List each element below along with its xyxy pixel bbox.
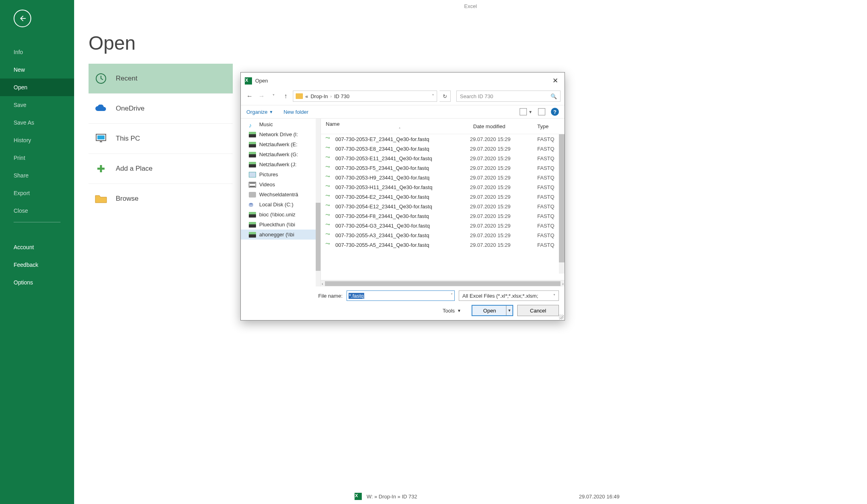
- sidebar-divider: [14, 222, 60, 222]
- filelist-hscroll-thumb[interactable]: [325, 281, 561, 286]
- file-row[interactable]: 007-730-2053-E7_23441_Qe30-for.fastq29.0…: [321, 134, 565, 144]
- column-header-date[interactable]: Date modified: [473, 123, 537, 129]
- location-browse[interactable]: Browse: [89, 183, 233, 214]
- open-split-dropdown[interactable]: ▼: [506, 306, 512, 315]
- file-type: FASTQ: [537, 204, 560, 210]
- sidebar-item-export[interactable]: Export: [0, 184, 74, 202]
- scroll-left-icon[interactable]: ‹: [322, 281, 323, 286]
- back-button[interactable]: [14, 10, 31, 27]
- location-this-pc[interactable]: This PC: [89, 123, 233, 153]
- sidebar-item-new[interactable]: New: [0, 61, 74, 79]
- file-row[interactable]: 007-730-2053-H9_23441_Qe30-for.fastq29.0…: [321, 173, 565, 182]
- sidebar-item-close[interactable]: Close: [0, 202, 74, 220]
- breadcrumb-prefix: «: [305, 93, 308, 99]
- file-list-header: Name ˄ Date modified Type: [321, 119, 565, 134]
- tree-item[interactable]: Netzlaufwerk (G:: [241, 149, 321, 159]
- sidebar-footer-menu: AccountFeedbackOptions: [0, 238, 74, 291]
- filename-history-dropdown[interactable]: ˅: [451, 293, 453, 297]
- file-type: FASTQ: [537, 136, 560, 142]
- dialog-title: Open: [255, 78, 268, 84]
- tree-scroll-thumb[interactable]: [316, 203, 321, 271]
- refresh-button[interactable]: ↻: [440, 91, 451, 102]
- file-type-filter[interactable]: All Excel Files (*.xl*;*.xlsx;*.xlsm; ˅: [459, 290, 559, 301]
- tree-scrollbar[interactable]: [316, 119, 321, 286]
- file-row[interactable]: 007-730-2053-E11_23441_Qe30-for.fastq29.…: [321, 153, 565, 163]
- scroll-right-icon[interactable]: ›: [562, 281, 564, 286]
- file-row[interactable]: 007-730-2054-G3_23441_Qe30-for.fastq29.0…: [321, 221, 565, 230]
- column-header-name[interactable]: Name ˄: [326, 121, 473, 131]
- tree-item[interactable]: ♪Music: [241, 119, 321, 129]
- tree-item[interactable]: Netzlaufwerk (E:: [241, 139, 321, 149]
- crumb-dropdown-icon[interactable]: ˅: [432, 94, 434, 99]
- tools-menu[interactable]: Tools ▼: [443, 308, 461, 314]
- tree-item[interactable]: ahonegger (\\bi: [241, 230, 321, 240]
- sidebar-item-save[interactable]: Save: [0, 96, 74, 114]
- file-row[interactable]: 007-730-2053-E8_23441_Qe30-for.fastq29.0…: [321, 144, 565, 153]
- organize-menu[interactable]: Organize ▼: [246, 109, 273, 115]
- filename-label: File name:: [318, 293, 343, 299]
- file-row[interactable]: 007-730-2054-E2_23441_Qe30-for.fastq29.0…: [321, 192, 565, 202]
- app-title: Excel: [74, 0, 867, 9]
- sidebar-item-options[interactable]: Options: [0, 274, 74, 291]
- file-name: 007-730-2053-H9_23441_Qe30-for.fastq: [335, 175, 467, 181]
- filename-input[interactable]: *.fastq ˅: [347, 290, 455, 301]
- sidebar-item-history[interactable]: History: [0, 131, 74, 149]
- filelist-vscroll-thumb[interactable]: [559, 134, 565, 262]
- tree-item[interactable]: Plueckthun (\\bi: [241, 220, 321, 230]
- sidebar-item-print[interactable]: Print: [0, 149, 74, 167]
- open-button[interactable]: Open ▼: [472, 305, 513, 316]
- filelist-vscrollbar[interactable]: [559, 134, 565, 274]
- tree-item[interactable]: Videos: [241, 179, 321, 190]
- cancel-button[interactable]: Cancel: [517, 305, 559, 316]
- sidebar-item-feedback[interactable]: Feedback: [0, 256, 74, 274]
- nav-history-dropdown[interactable]: ˅: [269, 91, 278, 101]
- file-row[interactable]: 007-730-2053-H11_23441_Qe30-for.fastq29.…: [321, 182, 565, 192]
- tree-item[interactable]: Netzlaufwerk (J:: [241, 159, 321, 169]
- file-row[interactable]: 007-730-2055-A3_23441_Qe30-for.fastq29.0…: [321, 230, 565, 240]
- file-date: 29.07.2020 15:29: [470, 213, 534, 219]
- nav-up-button[interactable]: ↑: [281, 91, 290, 101]
- dialog-close-button[interactable]: ✕: [550, 75, 561, 87]
- file-name: 007-730-2054-F8_23441_Qe30-for.fastq: [335, 213, 467, 219]
- nav-forward-button[interactable]: →: [257, 91, 266, 101]
- nav-tree-pane: ♪MusicNetwork Drive (I:Netzlaufwerk (E:N…: [241, 119, 321, 286]
- drive-icon: [249, 212, 256, 218]
- help-button[interactable]: ?: [551, 108, 559, 116]
- file-name: 007-730-2053-E7_23441_Qe30-for.fastq: [335, 136, 467, 142]
- tree-item[interactable]: Network Drive (I:: [241, 129, 321, 139]
- tree-item[interactable]: ⛃Local Disk (C:): [241, 200, 321, 210]
- fastq-file-icon: [326, 222, 332, 229]
- view-mode-button[interactable]: ▼: [520, 108, 532, 115]
- location-add-a-place[interactable]: Add a Place: [89, 153, 233, 183]
- search-icon: 🔍: [550, 93, 557, 99]
- file-row[interactable]: 007-730-2053-F5_23441_Qe30-for.fastq29.0…: [321, 163, 565, 173]
- breadcrumb-seg-0[interactable]: Drop-In: [311, 93, 328, 99]
- sidebar-item-share[interactable]: Share: [0, 167, 74, 184]
- file-row[interactable]: 007-730-2055-A5_23441_Qe30-for.fastq29.0…: [321, 240, 565, 250]
- filelist-hscrollbar[interactable]: ‹ ›: [321, 280, 565, 286]
- tree-item[interactable]: bioc (\\bioc.uniz: [241, 210, 321, 220]
- sidebar-item-save-as[interactable]: Save As: [0, 114, 74, 131]
- resize-grip[interactable]: [559, 314, 564, 319]
- dialog-search-input[interactable]: Search ID 730 🔍: [456, 91, 561, 102]
- tree-item[interactable]: Pictures: [241, 169, 321, 179]
- recent-file-row[interactable]: W: » Drop-In » ID 732 29.07.2020 16:49: [355, 493, 417, 500]
- location-recent[interactable]: Recent: [89, 64, 233, 93]
- breadcrumb-seg-1[interactable]: ID 730: [334, 93, 349, 99]
- sidebar-item-account[interactable]: Account: [0, 238, 74, 256]
- breadcrumb[interactable]: « Drop-In › ID 730 ˅: [293, 91, 437, 102]
- file-row[interactable]: 007-730-2054-E12_23441_Qe30-for.fastq29.…: [321, 202, 565, 211]
- new-folder-button[interactable]: New folder: [284, 109, 308, 115]
- sidebar-item-info[interactable]: Info: [0, 43, 74, 61]
- tree-item[interactable]: Wechseldatenträ: [241, 190, 321, 200]
- file-type: FASTQ: [537, 223, 560, 229]
- fastq-file-icon: [326, 213, 332, 219]
- location-onedrive[interactable]: OneDrive: [89, 93, 233, 123]
- file-row[interactable]: 007-730-2054-F8_23441_Qe30-for.fastq29.0…: [321, 211, 565, 221]
- file-date: 29.07.2020 15:29: [470, 194, 534, 200]
- column-header-type[interactable]: Type: [537, 123, 560, 129]
- nav-back-button[interactable]: ←: [245, 91, 254, 101]
- sidebar-item-open[interactable]: Open: [0, 79, 74, 96]
- preview-pane-button[interactable]: [538, 108, 545, 115]
- drive-icon: [249, 162, 256, 167]
